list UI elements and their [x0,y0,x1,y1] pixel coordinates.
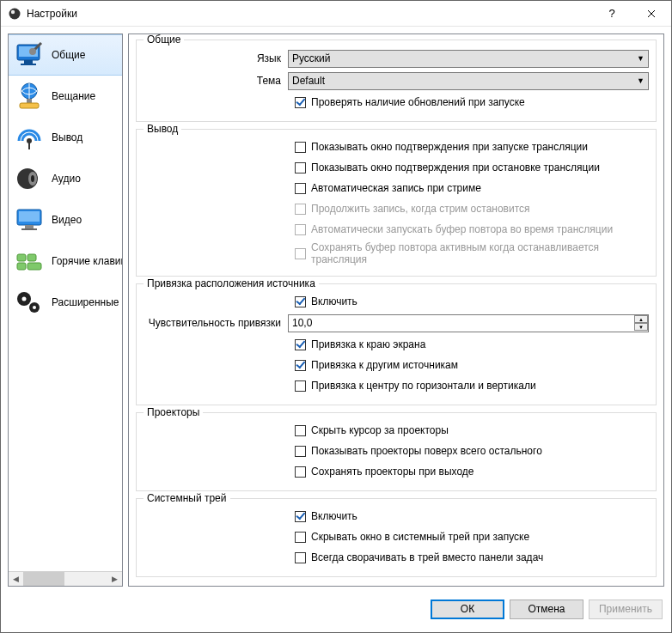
keep-replay-buffer-checkbox [295,248,306,259]
group-output: Вывод Показывать окно подтверждения при … [136,129,657,277]
svg-rect-16 [19,211,40,222]
speaker-icon [12,161,46,196]
auto-replay-buffer-checkbox [295,224,306,235]
theme-label: Тема [144,75,288,87]
svg-point-1 [11,9,15,13]
group-general: Общие Язык Русский ▼ Тема Default ▼ [136,40,657,122]
svg-rect-17 [25,225,34,228]
sidebar-item-audio[interactable]: Аудио [9,158,122,199]
keep-replay-buffer-label: Сохранять буфер повтора активным когда о… [311,241,649,265]
tray-enable-label: Включить [311,510,357,522]
sidebar-item-hotkeys[interactable]: Горячие клавиши [9,240,122,282]
group-title: Общие [144,33,184,46]
group-systray: Системный трей Включить Скрывать окно в … [136,498,657,577]
snap-screen-edge-checkbox[interactable] [295,339,306,350]
snap-screen-edge-label: Привязка к краю экрана [311,338,425,350]
snap-enable-label: Включить [311,295,357,307]
snap-sensitivity-value: 10,0 [289,317,634,329]
ok-button[interactable]: ОК [431,600,504,619]
keyboard-icon [12,244,46,278]
confirm-stop-stream-checkbox[interactable] [295,162,306,173]
snap-sensitivity-spinner[interactable]: 10,0 ▲ ▼ [288,314,649,332]
sidebar-item-label: Вещание [52,90,95,102]
auto-record-label: Автоматическая запись при стриме [311,182,481,194]
snap-other-sources-checkbox[interactable] [295,360,306,371]
spinner-down-button[interactable]: ▼ [634,323,648,331]
scroll-right-button[interactable]: ▶ [107,572,122,586]
language-value: Русский [292,52,331,64]
settings-sidebar: Общие Вещание [8,33,123,587]
scroll-left-button[interactable]: ◀ [9,572,23,586]
svg-point-14 [31,175,34,182]
app-icon [8,7,21,21]
apply-button: Применить [589,600,663,619]
dialog-footer: ОК Отмена Применить [1,593,671,624]
tray-always-minimize-checkbox[interactable] [295,552,306,563]
tray-minimize-start-label: Скрывать окно в системный трей при запус… [311,531,529,543]
tray-always-minimize-label: Всегда сворачивать в трей вместо панели … [311,551,543,563]
cogs-icon [12,285,46,320]
language-select[interactable]: Русский ▼ [288,50,649,68]
confirm-stop-stream-label: Показывать окно подтверждения при остано… [311,161,600,173]
broadcast-icon [12,120,46,155]
svg-point-0 [9,8,21,19]
snap-center-checkbox[interactable] [295,380,306,392]
sidebar-item-advanced[interactable]: Расширенные [9,282,122,323]
svg-rect-4 [24,60,33,64]
sidebar-item-label: Видео [52,214,82,226]
close-button[interactable] [632,1,671,27]
sidebar-item-label: Общие [52,49,85,61]
svg-rect-21 [17,263,26,270]
svg-rect-22 [27,263,41,270]
title-bar: Настройки ? [1,1,671,27]
sidebar-item-label: Горячие клавиши [52,255,122,267]
chevron-down-icon: ▼ [637,54,645,63]
svg-point-25 [22,297,27,301]
group-source-snapping: Привязка расположения источника Включить… [136,283,657,405]
keep-recording-checkbox [295,204,306,215]
cancel-button[interactable]: Отмена [510,600,583,619]
scroll-thumb[interactable] [23,572,64,586]
snap-other-sources-label: Привязка к другим источникам [311,359,458,371]
sidebar-item-general[interactable]: Общие [9,34,122,76]
snap-enable-checkbox[interactable] [295,296,306,307]
check-updates-label: Проверять наличие обновлений при запуске [311,96,525,108]
chevron-down-icon: ▼ [637,76,645,85]
group-title: Вывод [144,123,181,135]
hide-cursor-checkbox[interactable] [295,425,306,436]
settings-panel: Общие Язык Русский ▼ Тема Default ▼ [128,33,664,587]
monitor-icon [12,203,46,237]
save-projectors-label: Сохранять проекторы при выходе [311,466,474,478]
confirm-start-stream-checkbox[interactable] [295,142,306,153]
theme-value: Default [292,75,325,87]
auto-replay-buffer-label: Автоматически запускать буфер повтора во… [311,223,613,235]
svg-rect-18 [21,228,37,230]
svg-rect-9 [20,103,39,108]
scroll-track[interactable] [23,572,107,586]
sidebar-scrollbar[interactable]: ◀ ▶ [9,571,122,586]
svg-rect-20 [27,254,36,261]
snap-center-label: Привязка к центру по горизонтали и верти… [311,380,536,392]
theme-select[interactable]: Default ▼ [288,72,649,90]
svg-rect-5 [21,64,36,65]
sidebar-item-video[interactable]: Видео [9,199,122,240]
help-button[interactable]: ? [592,1,632,27]
hide-cursor-label: Скрыть курсор за проекторы [311,424,449,436]
window-title: Настройки [27,8,592,20]
auto-record-checkbox[interactable] [295,183,306,194]
save-projectors-checkbox[interactable] [295,466,306,478]
spinner-up-button[interactable]: ▲ [634,315,648,323]
projector-always-top-checkbox[interactable] [295,446,306,457]
tray-enable-checkbox[interactable] [295,511,306,522]
sidebar-item-output[interactable]: Вывод [9,117,122,158]
tray-minimize-start-checkbox[interactable] [295,532,306,543]
svg-point-6 [29,48,36,55]
svg-rect-8 [27,99,32,103]
svg-rect-19 [17,254,26,261]
confirm-start-stream-label: Показывать окно подтверждения при запуск… [311,141,588,153]
sidebar-item-label: Аудио [52,173,81,185]
check-updates-checkbox[interactable] [295,97,306,108]
group-title: Проекторы [144,406,203,418]
snap-sensitivity-label: Чувствительность привязки [144,317,288,329]
sidebar-item-stream[interactable]: Вещание [9,76,122,117]
